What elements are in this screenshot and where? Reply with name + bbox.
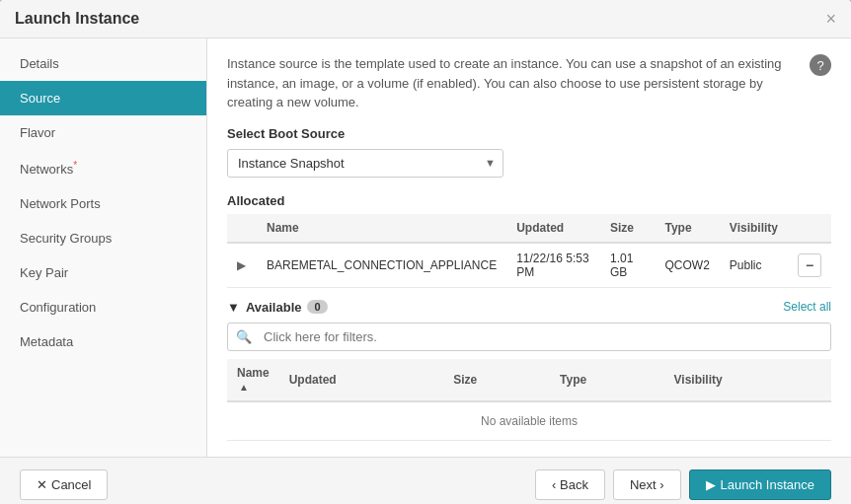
footer-right-buttons: ‹ Back Next › ▶ Launch Instance [535, 469, 831, 500]
modal-footer: ✕ Cancel ‹ Back Next › ▶ Launch Instance [0, 457, 851, 505]
search-icon: 🔍 [228, 324, 260, 350]
rocket-icon: ▶ [706, 477, 716, 492]
back-button[interactable]: ‹ Back [535, 469, 605, 500]
cancel-button[interactable]: ✕ Cancel [20, 469, 108, 500]
available-chevron-icon: ▼ [227, 300, 240, 315]
row-updated: 11/22/16 5:53 PM [506, 243, 600, 288]
filter-row: 🔍 [227, 323, 831, 351]
available-count-badge: 0 [307, 300, 327, 314]
close-button[interactable]: × [825, 10, 836, 28]
allocated-col-visibility: Visibility [720, 214, 788, 243]
sidebar: Details Source Flavor Networks* Network … [0, 38, 207, 457]
select-boot-source-section: Select Boot Source Image Instance Snapsh… [227, 126, 831, 178]
available-label-group[interactable]: ▼ Available 0 [227, 300, 328, 315]
sidebar-item-networks[interactable]: Networks* [0, 150, 206, 186]
sidebar-item-key-pair[interactable]: Key Pair [0, 255, 206, 290]
sidebar-item-details[interactable]: Details [0, 46, 206, 81]
launch-instance-modal: Launch Instance × Details Source Flavor … [0, 0, 851, 504]
row-visibility: Public [720, 243, 788, 288]
allocated-col-expand [227, 214, 257, 243]
modal-body: Details Source Flavor Networks* Network … [0, 38, 851, 457]
description-text: Instance source is the template used to … [227, 54, 802, 112]
networks-required-indicator: * [73, 160, 77, 171]
allocated-table-header: Name Updated Size Type Visibility [227, 214, 831, 243]
launch-instance-button[interactable]: ▶ Launch Instance [689, 469, 831, 500]
available-section-header: ▼ Available 0 Select all [227, 300, 831, 315]
available-col-type: Type [550, 359, 663, 401]
expand-row-button[interactable]: ▶ [237, 258, 246, 272]
row-action: − [788, 243, 831, 288]
allocated-section: Allocated Name Updated Size Type Visibil… [227, 193, 831, 288]
modal-title: Launch Instance [15, 10, 139, 28]
row-size: 1.01 GB [600, 243, 656, 288]
select-boot-source-label: Select Boot Source [227, 126, 831, 141]
no-items-row: No available items [227, 401, 831, 441]
sidebar-item-metadata[interactable]: Metadata [0, 324, 206, 359]
select-all-link[interactable]: Select all [783, 300, 831, 314]
available-table: Name ▲ Updated Size Type Visibility No a… [227, 359, 831, 441]
description-row: Instance source is the template used to … [227, 54, 831, 112]
table-row: ▶ BAREMETAL_CONNECTION_APPLIANCE 11/22/1… [227, 243, 831, 288]
available-col-updated: Updated [279, 359, 444, 401]
sidebar-item-network-ports[interactable]: Network Ports [0, 186, 206, 221]
boot-source-select-wrapper: Image Instance Snapshot Volume Volume Sn… [227, 149, 503, 178]
modal-header: Launch Instance × [0, 0, 851, 38]
available-col-name: Name ▲ [227, 359, 279, 401]
row-type: QCOW2 [656, 243, 720, 288]
cancel-label: Cancel [51, 477, 91, 492]
sidebar-item-flavor[interactable]: Flavor [0, 115, 206, 150]
remove-row-button[interactable]: − [798, 253, 821, 277]
cancel-icon: ✕ [37, 477, 47, 492]
allocated-col-type: Type [656, 214, 720, 243]
boot-source-select[interactable]: Image Instance Snapshot Volume Volume Sn… [227, 149, 503, 178]
launch-label: Launch Instance [721, 477, 814, 492]
sidebar-item-security-groups[interactable]: Security Groups [0, 221, 206, 255]
row-expand-cell: ▶ [227, 243, 257, 288]
sort-icon: ▲ [239, 382, 249, 393]
main-content: Instance source is the template used to … [207, 38, 851, 457]
allocated-col-size: Size [600, 214, 656, 243]
available-col-size: Size [443, 359, 550, 401]
sidebar-item-configuration[interactable]: Configuration [0, 290, 206, 324]
allocated-col-name: Name [257, 214, 506, 243]
next-button[interactable]: Next › [613, 469, 681, 500]
no-items-text: No available items [227, 401, 831, 441]
allocated-col-updated: Updated [506, 214, 600, 243]
allocated-label: Allocated [227, 193, 831, 208]
sidebar-item-source[interactable]: Source [0, 81, 206, 115]
available-table-header: Name ▲ Updated Size Type Visibility [227, 359, 831, 401]
available-col-visibility: Visibility [664, 359, 831, 401]
allocated-table: Name Updated Size Type Visibility ▶ [227, 214, 831, 288]
allocated-col-action [788, 214, 831, 243]
filter-input[interactable] [260, 324, 830, 350]
row-name: BAREMETAL_CONNECTION_APPLIANCE [257, 243, 506, 288]
available-label-text: Available [246, 300, 302, 315]
help-button[interactable]: ? [810, 54, 831, 76]
